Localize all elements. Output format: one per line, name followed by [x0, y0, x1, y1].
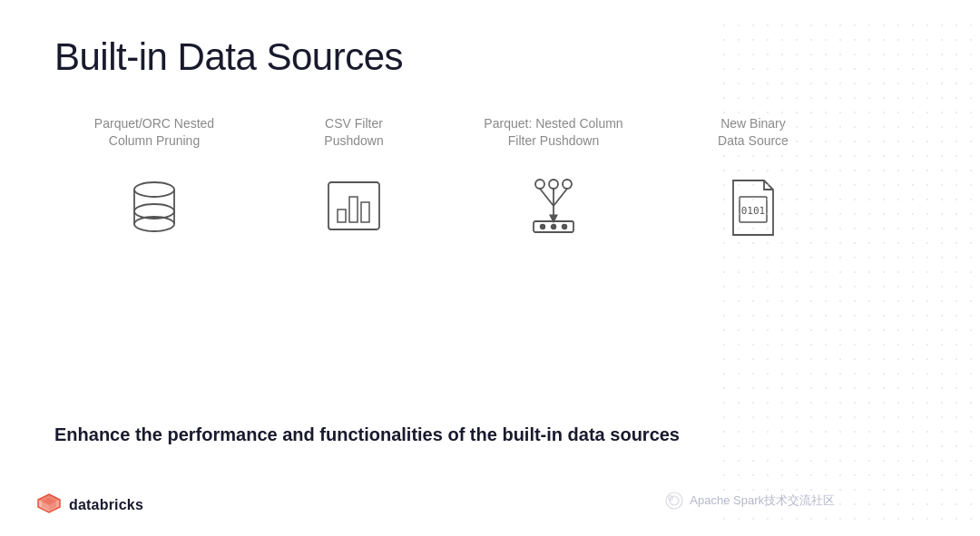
watermark-icon [664, 491, 684, 511]
svg-point-31 [670, 496, 679, 505]
slide-container: Built-in Data Sources Parquet/ORC Nested… [0, 0, 980, 536]
database-svg [118, 171, 191, 244]
binary-file-icon: 0101 [712, 167, 794, 249]
svg-rect-10 [361, 202, 369, 222]
svg-line-14 [540, 189, 554, 206]
database-icon [113, 167, 195, 249]
feature-binary-data-label: New BinaryData Source [718, 114, 789, 151]
merge-down-svg [517, 171, 590, 244]
feature-binary-data: New BinaryData Source 0101 [653, 114, 853, 249]
databricks-logo: databricks [36, 492, 143, 518]
svg-point-11 [535, 180, 544, 189]
svg-point-0 [134, 182, 174, 197]
page-title: Built-in Data Sources [54, 36, 926, 78]
bar-chart-svg [318, 171, 390, 244]
feature-parquet-orc-label: Parquet/ORC NestedColumn Pruning [94, 114, 214, 151]
svg-point-13 [563, 180, 572, 189]
description-text: Enhance the performance and functionalit… [54, 424, 926, 445]
description-section: Enhance the performance and functionalit… [54, 424, 926, 445]
svg-point-21 [552, 225, 556, 229]
svg-rect-9 [349, 197, 358, 222]
svg-point-22 [563, 225, 567, 229]
watermark-text: Apache Spark技术交流社区 [690, 492, 835, 509]
footer: databricks [36, 492, 143, 518]
svg-rect-8 [338, 210, 346, 222]
features-row: Parquet/ORC NestedColumn Pruning CSV Fil… [54, 114, 926, 249]
watermark: Apache Spark技术交流社区 [664, 491, 835, 511]
feature-parquet-nested-label: Parquet: Nested ColumnFilter Pushdown [484, 114, 622, 151]
feature-csv-filter-label: CSV FilterPushdown [324, 114, 383, 151]
svg-line-16 [554, 189, 567, 206]
svg-point-20 [541, 225, 545, 229]
svg-point-30 [666, 492, 682, 509]
feature-csv-filter: CSV FilterPushdown [254, 114, 454, 249]
svg-text:0101: 0101 [741, 205, 766, 217]
binary-file-svg: 0101 [717, 171, 789, 244]
feature-parquet-nested: Parquet: Nested ColumnFilter Pushdown [454, 114, 653, 249]
feature-parquet-orc: Parquet/ORC NestedColumn Pruning [54, 114, 254, 249]
dot-pattern-decoration [690, 0, 980, 536]
merge-down-icon [513, 167, 594, 249]
databricks-logo-icon [36, 492, 62, 518]
bar-chart-icon [313, 167, 395, 249]
databricks-logo-text: databricks [69, 497, 143, 513]
svg-point-12 [549, 180, 558, 189]
